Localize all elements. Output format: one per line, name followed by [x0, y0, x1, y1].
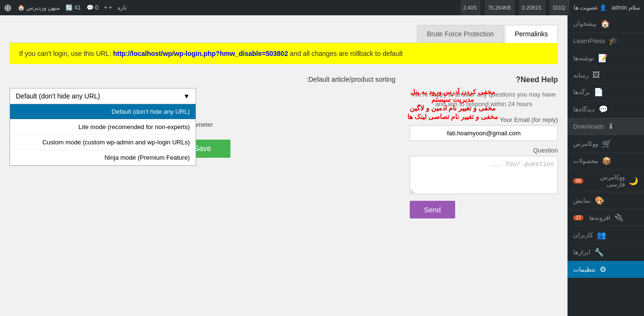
dropdown-option-1[interactable]: (Default (don't hide any URL — [10, 104, 196, 120]
sidebar-item-plugins[interactable]: 🔌 افزونه‌ها 37 — [568, 209, 644, 227]
dropdown-wrapper: ▼ (Default (don't hide any URL (Default … — [10, 88, 196, 104]
send-button[interactable]: Send — [410, 201, 455, 218]
sorting-label: Default article/product sorting: — [10, 76, 395, 83]
sidebar-item-label: LearnPress — [573, 37, 605, 44]
tools-icon: 🔧 — [594, 248, 604, 257]
pages-icon: 📄 — [594, 87, 603, 97]
learnpress-icon: 🎓 — [609, 36, 618, 45]
stat-kb: 76,264KB — [485, 0, 514, 15]
products-icon: 📦 — [602, 156, 611, 165]
sidebar-item-woocommerce[interactable]: 🛒 ووکامرس — [568, 135, 644, 153]
dropdown-option-4[interactable]: (Ninja mode (Premium Feature — [10, 150, 196, 165]
dropdown-option-2[interactable]: (Lite mode (recomended for non-experts — [10, 120, 196, 135]
question-textarea[interactable]: Your question ... — [410, 156, 558, 194]
site-name[interactable]: سلام admin — [611, 4, 640, 11]
warning-url[interactable]: http://localhost/wp/wp-login.php?hmw_dis… — [113, 50, 288, 57]
sidebar-item-downloads[interactable]: ⬇ Downloads — [568, 118, 644, 135]
posts-icon: 📝 — [598, 54, 608, 63]
membership-link[interactable]: 👤 عضویت ها — [574, 4, 607, 11]
warning-prefix: If you can't login, use this URL: — [19, 50, 111, 57]
sidebar-item-label: نوشته‌ها — [573, 54, 594, 62]
comments-sidebar-icon: 💬 — [599, 105, 608, 114]
left-column: Default article/product sorting: ▼ (Defa… — [10, 76, 395, 158]
stat-q: 101Q — [550, 0, 569, 15]
sidebar-item-label: ووکامرس فارسی — [589, 174, 625, 188]
stat-time2: 0.2081S — [519, 0, 545, 15]
sidebar-item-label: کاربران — [573, 231, 593, 239]
settings-icon: ⚙ — [600, 265, 606, 274]
sidebar-item-tools[interactable]: 🔧 ابزارها — [568, 244, 644, 261]
dropdown-value: (Default (don't hide any URL — [16, 92, 100, 100]
admin-bar-right: سلام admin 👤 عضویت ها 101Q 0.2081S 76,26… — [460, 0, 640, 15]
two-col-layout: Default article/product sorting: ▼ (Defa… — [10, 76, 558, 218]
dropdown-arrow: ▼ — [183, 92, 190, 100]
sidebar-item-users[interactable]: 👥 کاربران — [568, 227, 644, 244]
sidebar: 🏠 پیشخوان 🎓 LearnPress 📝 نوشته‌ها 🖼 رسان… — [568, 15, 644, 316]
downloads-icon: ⬇ — [608, 122, 614, 131]
warning-banner: If you can't login, use this URL: http:/… — [10, 43, 558, 64]
admin-bar: ⊕ 🏠 میهن وردپرس 🔄 41 💬 0 + + تازه سلام a… — [0, 0, 644, 15]
stat-time1: 2.40S — [460, 0, 480, 15]
media-icon: 🖼 — [592, 71, 600, 79]
sidebar-item-appearance[interactable]: 🎨 نمایش — [568, 192, 644, 209]
plugins-icon: 🔌 — [614, 213, 624, 222]
tab-permalinks[interactable]: Permalinks — [505, 25, 558, 43]
dropdown-selected[interactable]: ▼ (Default (don't hide any URL — [10, 88, 196, 104]
updates-link[interactable]: 🔄 41 — [65, 4, 80, 11]
sidebar-item-label: افزونه‌ها — [589, 214, 611, 221]
woo-fa-icon: 🌙 — [629, 176, 638, 185]
question-label: Question — [410, 147, 558, 154]
sidebar-item-label: Downloads — [573, 123, 604, 130]
comments-link[interactable]: 💬 0 — [87, 4, 98, 11]
sidebar-item-settings[interactable]: ⚙ تنظیمات — [568, 261, 644, 278]
sidebar-item-label: ووکامرس — [573, 140, 598, 147]
dropdown-option-3[interactable]: (Custom mode (custom wp-admin and wp-log… — [10, 135, 196, 150]
admin-home-link[interactable]: 🏠 میهن وردپرس — [18, 4, 60, 11]
overlay-line-3: مخفی و تغییر نام تصاصی لینک ها — [400, 113, 505, 120]
add-new-link[interactable]: + + — [104, 4, 112, 11]
overlay-line-2: مخفی و تغییر نام ادمین و لاگین — [400, 104, 505, 112]
sidebar-item-label: نمایش — [573, 197, 591, 204]
sidebar-item-label: دیدگاه‌ها — [573, 106, 595, 113]
sidebar-item-dashboard[interactable]: 🏠 پیشخوان — [568, 15, 644, 33]
overlay-text: مخفی کردن آدرس ورود به پنل مدیریت سیستم … — [400, 88, 505, 121]
sidebar-item-label: ابزارها — [573, 249, 590, 256]
wp-logo[interactable]: ⊕ — [4, 2, 12, 13]
users-icon: 👥 — [597, 230, 606, 240]
warning-suffix-text: and all changes are rollback to default — [290, 50, 403, 57]
sidebar-item-products[interactable]: 📦 محصولات — [568, 153, 644, 170]
sidebar-item-woo-fa[interactable]: 🌙 ووکامرس فارسی 99 — [568, 170, 644, 192]
plugins-badge: 37 — [573, 215, 583, 220]
sidebar-item-learnpress[interactable]: 🎓 LearnPress — [568, 33, 644, 50]
sidebar-item-comments[interactable]: 💬 دیدگاه‌ها — [568, 101, 644, 118]
woo-fa-badge: 99 — [573, 178, 583, 184]
dropdown-list: (Default (don't hide any URL (Lite mode … — [10, 104, 196, 166]
sidebar-item-posts[interactable]: 📝 نوشته‌ها — [568, 50, 644, 67]
woocommerce-icon: 🛒 — [602, 139, 611, 148]
dashboard-icon: 🏠 — [600, 19, 610, 28]
sidebar-item-label: برگه‌ها — [573, 88, 590, 96]
tabs-header: Brute Force Protection Permalinks — [10, 25, 558, 43]
help-title: Need Help? — [410, 76, 558, 84]
fresh-label: تازه — [118, 4, 127, 11]
sidebar-item-pages[interactable]: 📄 برگه‌ها — [568, 84, 644, 101]
tab-brute-force[interactable]: Brute Force Protection — [417, 25, 504, 43]
dropdown-container: ▼ (Default (don't hide any URL (Default … — [10, 88, 395, 104]
sidebar-item-label: پیشخوان — [573, 20, 597, 27]
sidebar-item-label: محصولات — [573, 157, 598, 164]
overlay-line-1: مخفی کردن آدرس ورود به پنل مدیریت سیستم — [400, 88, 505, 103]
sidebar-item-label: تنظیمات — [573, 266, 596, 273]
email-field[interactable] — [410, 125, 558, 141]
sidebar-item-label: رسانه — [573, 72, 589, 79]
appearance-icon: 🎨 — [595, 196, 604, 205]
main-content: Brute Force Protection Permalinks If you… — [0, 15, 568, 316]
admin-bar-left: ⊕ 🏠 میهن وردپرس 🔄 41 💬 0 + + تازه — [4, 2, 127, 13]
sidebar-item-media[interactable]: 🖼 رسانه — [568, 67, 644, 84]
